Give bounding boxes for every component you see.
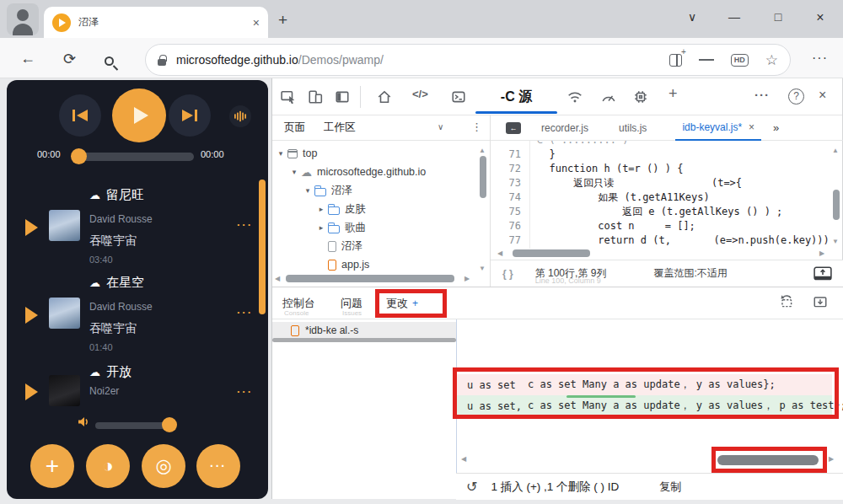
scroll-left-icon[interactable]: ◀ [497, 250, 502, 257]
tree-item-file[interactable]: app.js [272, 255, 490, 274]
previous-track-button[interactable] [59, 94, 101, 137]
browser-tab[interactable]: 沼泽 × [44, 7, 268, 38]
dock-side-icon[interactable] [335, 89, 350, 105]
editor-tab-recorder[interactable]: recorder.js [541, 122, 588, 134]
editor-vscroll-thumb[interactable] [833, 190, 840, 220]
revert-icon[interactable]: ↺ [466, 479, 477, 495]
copy-button[interactable]: 复制 [659, 480, 681, 495]
tree-item-folder[interactable]: ▾沼泽 [272, 181, 490, 200]
window-maximize-button[interactable]: □ [767, 10, 789, 24]
add-song-button[interactable]: + [30, 444, 74, 488]
track-more-button[interactable]: ··· [237, 218, 253, 231]
changed-file-item[interactable]: *idb-ke al.-s [272, 322, 456, 339]
browser-more-menu[interactable]: ··· [812, 51, 828, 66]
scroll-right-icon[interactable]: ▶ [829, 456, 834, 463]
window-menu-chevron[interactable]: ∨ [681, 10, 703, 24]
expand-drawer-icon[interactable] [812, 294, 829, 312]
hide-toolbar-icon[interactable] [699, 59, 714, 61]
revert-changes-icon[interactable] [778, 294, 795, 312]
url-text[interactable]: microsoftedge.github.io/Demos/pwamp/ [176, 53, 384, 67]
devtools-close-button[interactable]: × [819, 88, 826, 103]
playlist-item[interactable]: ☁留尼旺 David Rousse 吞噬宇宙 03:40 ··· [15, 183, 258, 269]
scroll-up-icon[interactable]: ▲ [832, 147, 839, 154]
editor-hscroll-thumb[interactable] [513, 249, 590, 257]
memory-chip-icon[interactable] [633, 89, 648, 105]
scroll-left-icon[interactable]: ◀ [275, 276, 280, 282]
devtools-more-menu[interactable]: ··· [754, 88, 770, 102]
volume-thumb[interactable] [162, 417, 177, 432]
window-minimize-button[interactable]: — [723, 10, 745, 24]
sidebar-hscroll-thumb[interactable] [286, 275, 454, 282]
address-bar[interactable]: microsoftedge.github.io/Demos/pwamp/ HD … [145, 44, 791, 76]
tab-sources[interactable]: -C 源 [475, 78, 557, 115]
inspect-icon[interactable] [281, 89, 296, 105]
chevron-down-icon[interactable]: ∨ [438, 122, 443, 131]
record-button[interactable]: ◎ [142, 444, 185, 488]
tab-close-icon[interactable]: × [253, 16, 260, 29]
playlist-item[interactable]: ☁在星空 David Rousse 吞噬宇宙 01:40 ··· [15, 271, 258, 357]
sidebar-vscroll-thumb[interactable] [480, 156, 486, 198]
tree-item-folder[interactable]: ▸歌曲 [272, 218, 490, 237]
window-close-button[interactable]: × [809, 10, 831, 25]
tab-console[interactable]: 控制台Console [282, 296, 315, 311]
tab-page[interactable]: 页面 [284, 121, 305, 135]
track-play-icon[interactable] [25, 383, 38, 400]
back-button[interactable]: ← [20, 50, 35, 67]
visualizer-button[interactable] [229, 105, 251, 127]
track-album: 吞噬宇宙 [89, 233, 137, 249]
seek-bar[interactable] [78, 153, 194, 161]
navigate-back-icon[interactable]: ← [506, 122, 521, 134]
track-play-icon[interactable] [25, 307, 38, 324]
play-button[interactable] [112, 88, 166, 142]
device-emulation-icon[interactable] [308, 89, 323, 105]
tab-workspace[interactable]: 工作区 [324, 121, 356, 135]
expander-icon: ▸ [314, 223, 328, 232]
lock-icon[interactable] [158, 59, 166, 66]
reload-button[interactable]: ⟳ [63, 50, 76, 68]
tree-item-folder[interactable]: ▸皮肤 [272, 200, 490, 218]
editor-tab-idb-keyval[interactable]: idb-keyval.js* × [675, 115, 761, 141]
scroll-right-icon[interactable]: ▶ [464, 276, 470, 282]
profile-avatar[interactable] [7, 3, 39, 35]
scroll-up-icon[interactable]: ▲ [479, 147, 486, 154]
elements-panel-icon[interactable]: </> [412, 88, 428, 100]
tab-overflow-icon[interactable]: » [773, 121, 779, 134]
hd-badge-icon[interactable]: HD [731, 54, 749, 67]
tab-close-icon[interactable]: × [749, 121, 754, 133]
next-track-button[interactable] [169, 94, 211, 137]
split-screen-icon[interactable] [669, 54, 682, 67]
tree-item-file[interactable]: 沼泽 [272, 237, 490, 255]
track-play-icon[interactable] [25, 219, 38, 236]
new-tab-button[interactable]: + [278, 11, 287, 29]
player-more-button[interactable]: ··· [196, 444, 240, 488]
scroll-left-icon[interactable]: ◀ [461, 456, 466, 463]
tree-item-origin[interactable]: ▾☁microsoftedge.github.io [272, 163, 490, 181]
performance-icon[interactable] [601, 89, 616, 105]
scroll-down-icon[interactable]: ▼ [479, 265, 486, 272]
file-list-scrollbar-thumb[interactable] [272, 338, 456, 342]
pretty-print-icon[interactable] [813, 266, 832, 284]
diff-hscroll-thumb[interactable] [717, 455, 819, 465]
editor-tab-utils[interactable]: utils.js [619, 122, 647, 134]
home-icon[interactable] [377, 89, 392, 105]
tab-issues[interactable]: 问题Issues [341, 296, 362, 311]
favorite-star-icon[interactable]: ☆ [765, 51, 778, 69]
console-panel-icon[interactable] [451, 89, 466, 105]
sidebar-menu-icon[interactable]: ⋮ [471, 121, 482, 133]
theme-button[interactable]: ◑ [86, 444, 130, 488]
tab-changes[interactable]: 更改+ [386, 296, 418, 311]
scroll-down-icon[interactable]: ▼ [832, 239, 839, 245]
network-wifi-icon[interactable] [567, 89, 583, 105]
code-area[interactable]: e ( ......... ) 71 } 72 function h (t=r … [491, 141, 831, 249]
track-more-button[interactable]: ··· [237, 306, 253, 319]
help-icon[interactable]: ? [788, 88, 804, 105]
playlist-item[interactable]: ☁开放 Noi2er ··· [15, 360, 258, 419]
track-more-button[interactable]: ··· [237, 385, 253, 398]
playlist-scrollbar-thumb[interactable] [259, 180, 266, 314]
add-panel-button[interactable]: + [668, 85, 678, 103]
braces-icon[interactable]: { } [502, 268, 513, 280]
search-icon[interactable] [105, 52, 114, 70]
seek-thumb[interactable] [71, 148, 87, 164]
scroll-right-icon[interactable]: ▶ [819, 250, 824, 257]
tree-item-top[interactable]: ▾top [272, 144, 490, 163]
